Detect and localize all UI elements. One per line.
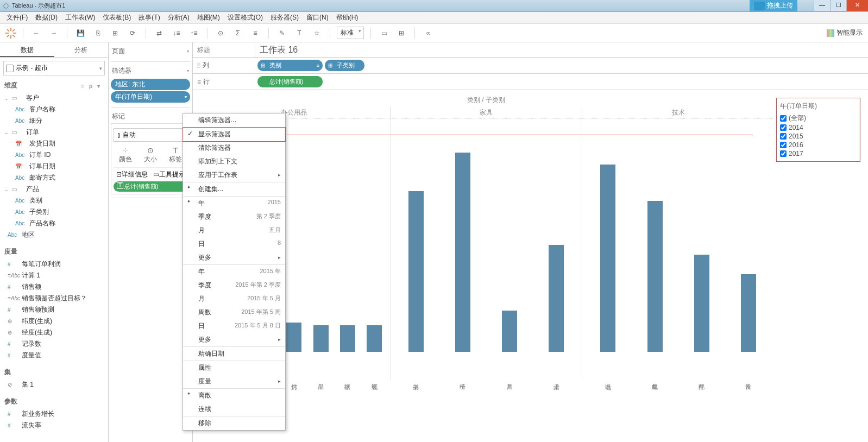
- context-menu-item[interactable]: 季度2015 年第 2 季度: [183, 279, 285, 292]
- context-menu-item[interactable]: 显示筛选器: [183, 127, 286, 142]
- param-field[interactable]: #新业务增长: [2, 408, 106, 420]
- context-menu-item[interactable]: 度量: [183, 375, 285, 389]
- context-menu-item[interactable]: 清除筛选器: [183, 141, 285, 155]
- checkbox[interactable]: [780, 124, 787, 131]
- menu-item[interactable]: 设置格式(O): [224, 12, 266, 23]
- checkbox[interactable]: [780, 133, 787, 140]
- filter-checkbox[interactable]: 2016: [780, 141, 857, 149]
- bar-column[interactable]: 纸张: [337, 119, 358, 379]
- swap-button[interactable]: ⇄: [153, 27, 166, 40]
- maximize-button[interactable]: ☐: [830, 0, 846, 11]
- context-menu-item[interactable]: 连续: [183, 402, 285, 416]
- measure-field[interactable]: ⊕纬度(生成): [2, 315, 106, 327]
- pages-shelf[interactable]: 页面: [111, 45, 190, 58]
- bar-column[interactable]: 信封: [283, 119, 305, 379]
- context-menu-item[interactable]: 日2015 年 5 月 8 日: [183, 319, 285, 333]
- dim-field[interactable]: Abc客户名称: [2, 104, 106, 115]
- context-menu-item[interactable]: 编辑筛选器...: [183, 113, 285, 128]
- filter-checkbox[interactable]: 2017: [780, 149, 857, 158]
- bar[interactable]: [286, 323, 301, 352]
- refresh-button[interactable]: ⟳: [126, 27, 139, 40]
- measure-field[interactable]: #销售额: [2, 281, 106, 293]
- context-menu-item[interactable]: 属性: [183, 361, 285, 375]
- save-button[interactable]: 💾: [74, 27, 87, 40]
- menu-item[interactable]: 文件(F): [3, 12, 31, 23]
- close-button[interactable]: ✕: [846, 0, 868, 11]
- context-menu-item[interactable]: 更多: [183, 251, 285, 265]
- menu-item[interactable]: 故事(T): [135, 12, 163, 23]
- new-worksheet-button[interactable]: ⊞: [109, 27, 122, 40]
- dim-field[interactable]: Abc地区: [2, 229, 106, 241]
- menu-item[interactable]: 窗口(N): [303, 12, 332, 23]
- upload-badge[interactable]: 拖拽上传: [750, 0, 797, 11]
- menu-item[interactable]: 数据(D): [32, 12, 61, 23]
- context-menu-item[interactable]: 周数2015 年第 5 周: [183, 306, 285, 319]
- context-menu-item[interactable]: 应用于工作表: [183, 168, 285, 182]
- measure-field[interactable]: #销售额预测: [2, 304, 106, 315]
- mark-label-pill[interactable]: 总计(销售额): [114, 181, 187, 192]
- dim-field[interactable]: Abc订单 ID: [2, 149, 106, 161]
- dashboard-button[interactable]: ⊞: [395, 27, 408, 40]
- bar-column[interactable]: 椅子: [452, 119, 474, 379]
- bar[interactable]: [549, 245, 564, 352]
- measure-field[interactable]: #度量值: [2, 350, 106, 361]
- bar[interactable]: [455, 153, 470, 352]
- context-menu-item[interactable]: 创建集...: [183, 182, 285, 197]
- fit-dropdown[interactable]: 标准: [337, 27, 364, 39]
- measure-field[interactable]: =Abc计算 1: [2, 270, 106, 281]
- new-datasource-button[interactable]: ⎘: [91, 27, 104, 40]
- bar[interactable]: [600, 165, 615, 352]
- bar-column[interactable]: 设备: [738, 119, 759, 379]
- dim-folder[interactable]: ▭产品: [2, 184, 106, 195]
- show-me-button[interactable]: 智能显示: [827, 28, 863, 37]
- dim-field[interactable]: Abc邮寄方式: [2, 172, 106, 184]
- bar[interactable]: [367, 325, 382, 352]
- dim-field[interactable]: 📅发货日期: [2, 138, 106, 149]
- filter-checkbox[interactable]: 2014: [780, 123, 857, 132]
- bar[interactable]: [340, 325, 355, 352]
- text-button[interactable]: T: [293, 27, 306, 40]
- checkbox[interactable]: [780, 115, 787, 122]
- marks-tooltip[interactable]: ▭工具提示: [151, 170, 187, 179]
- dim-field[interactable]: Abc产品名称: [2, 218, 106, 229]
- bar[interactable]: [694, 255, 709, 352]
- sheet-title[interactable]: 工作表 16: [255, 42, 868, 57]
- context-menu-item[interactable]: 月五月: [183, 224, 285, 237]
- pin-button[interactable]: ☆: [310, 27, 323, 40]
- bar-column[interactable]: 用品: [310, 119, 332, 379]
- filter-checkbox[interactable]: 2015: [780, 132, 857, 141]
- measure-field[interactable]: ⊕经度(生成): [2, 327, 106, 338]
- menu-item[interactable]: 工作表(W): [62, 12, 98, 23]
- context-menu-item[interactable]: 精确日期: [183, 347, 285, 361]
- show-labels-button[interactable]: ≡: [249, 27, 262, 40]
- filters-shelf[interactable]: 筛选器: [111, 64, 190, 78]
- marks-size[interactable]: ⊙大小: [139, 144, 162, 166]
- datasource-select[interactable]: 示例 - 超市: [3, 61, 105, 75]
- context-menu-item[interactable]: 月2015 年 5 月: [183, 292, 285, 306]
- menu-item[interactable]: 服务器(S): [267, 12, 302, 23]
- bar-column[interactable]: 用具: [499, 119, 520, 379]
- dim-field[interactable]: Abc子类别: [2, 206, 106, 218]
- column-pill[interactable]: ⊞子类别: [325, 60, 364, 71]
- bar-column[interactable]: 装订机: [363, 119, 385, 379]
- bar-column[interactable]: 书架: [405, 119, 427, 379]
- measure-field[interactable]: #记录数: [2, 338, 106, 350]
- menu-item[interactable]: 分析(A): [165, 12, 193, 23]
- bar[interactable]: [741, 274, 756, 352]
- bar-column[interactable]: 电话: [597, 119, 619, 379]
- context-menu-item[interactable]: 离散: [183, 389, 285, 402]
- row-pill[interactable]: 总计(销售额): [257, 76, 323, 87]
- set-field[interactable]: ⊘集 1: [2, 379, 106, 390]
- measure-field[interactable]: #每笔订单利润: [2, 258, 106, 270]
- present-button[interactable]: ▭: [378, 27, 391, 40]
- bar[interactable]: [313, 325, 329, 352]
- bar[interactable]: [502, 311, 517, 352]
- filter-checkbox[interactable]: (全部): [780, 113, 857, 123]
- dim-field[interactable]: 📅订单日期: [2, 161, 106, 172]
- redo-button[interactable]: →: [47, 27, 60, 40]
- bar[interactable]: [647, 201, 663, 352]
- dim-folder[interactable]: ▭客户: [2, 92, 106, 104]
- context-menu-item[interactable]: 更多: [183, 333, 285, 347]
- dim-field[interactable]: Abc细分: [2, 115, 106, 127]
- filter-pill-year[interactable]: 年(订单日期)▾: [111, 91, 190, 103]
